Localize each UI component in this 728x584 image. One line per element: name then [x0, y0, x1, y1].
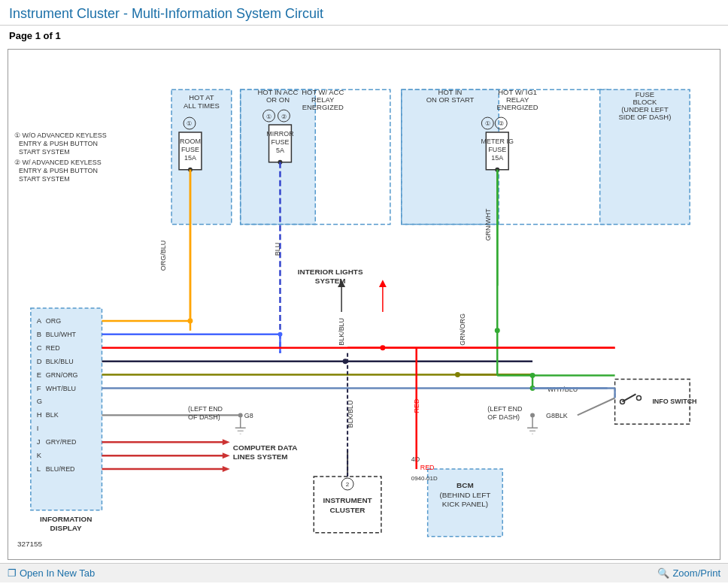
svg-text:INFORMATION: INFORMATION [40, 515, 92, 523]
svg-text:LINES SYSTEM: LINES SYSTEM [233, 452, 288, 461]
svg-text:RED: RED [46, 344, 60, 352]
svg-text:BLU/RED: BLU/RED [46, 465, 75, 473]
open-new-tab-button[interactable]: ❐ Open In New Tab [8, 567, 95, 579]
svg-text:KICK PANEL): KICK PANEL) [442, 500, 488, 508]
svg-rect-3 [402, 89, 499, 224]
open-tab-icon: ❐ [8, 567, 17, 579]
svg-text:ORG: ORG [46, 317, 61, 325]
svg-text:START SYSTEM: START SYSTEM [19, 148, 70, 156]
svg-text:BLK: BLK [46, 411, 59, 419]
svg-text:E: E [37, 371, 41, 379]
svg-text:GRN/ORG: GRN/ORG [459, 313, 466, 346]
svg-text:INSTRUMENT: INSTRUMENT [323, 496, 372, 504]
svg-text:(BEHIND LEFT: (BEHIND LEFT [439, 491, 490, 499]
svg-marker-100 [223, 466, 230, 472]
svg-text:G: G [37, 397, 42, 405]
svg-text:D: D [37, 357, 42, 365]
svg-text:ORG/BLU: ORG/BLU [159, 241, 167, 271]
svg-text:ON OR START: ON OR START [426, 95, 475, 104]
svg-text:C: C [37, 343, 42, 352]
svg-text:I: I [37, 424, 39, 432]
svg-text:15A: 15A [184, 154, 196, 162]
svg-text:BLK/BLU: BLK/BLU [347, 400, 354, 428]
svg-text:HOT AT: HOT AT [189, 93, 214, 101]
svg-text:BLK: BLK [555, 412, 568, 419]
zoom-print-label: Zoom/Print [672, 567, 720, 579]
svg-text:FUSE: FUSE [181, 146, 199, 153]
svg-text:①: ① [485, 121, 490, 128]
svg-point-115 [495, 328, 500, 333]
svg-text:2: 2 [346, 481, 350, 488]
svg-text:G8: G8 [546, 412, 555, 419]
svg-text:G8: G8 [244, 412, 253, 419]
svg-text:WHT/BLU: WHT/BLU [46, 385, 76, 392]
svg-text:START SYSTEM: START SYSTEM [19, 175, 70, 183]
svg-text:GRN/ORG: GRN/ORG [46, 371, 78, 379]
svg-text:FUSE: FUSE [488, 146, 506, 153]
open-tab-label: Open In New Tab [20, 567, 95, 579]
svg-text:F: F [37, 384, 41, 392]
svg-text:CLUSTER: CLUSTER [330, 506, 366, 514]
svg-text:②: ② [281, 113, 287, 120]
svg-text:DISPLAY: DISPLAY [50, 524, 83, 532]
zoom-print-button[interactable]: 🔍 Zoom/Print [657, 567, 720, 579]
svg-text:BLU/WHT: BLU/WHT [46, 331, 77, 338]
svg-marker-108 [379, 280, 387, 287]
svg-marker-99 [223, 452, 230, 458]
page-title: Instrument Cluster - Multi-Information S… [9, 6, 719, 22]
svg-text:② W/ ADVANCED KEYLESS: ② W/ ADVANCED KEYLESS [14, 159, 102, 166]
svg-text:0940-01D: 0940-01D [411, 475, 438, 482]
svg-text:INFO SWITCH: INFO SWITCH [652, 398, 696, 405]
svg-text:J: J [37, 437, 41, 446]
svg-text:A: A [37, 316, 42, 325]
svg-point-153 [530, 373, 535, 378]
svg-text:OF DASH): OF DASH) [487, 413, 520, 421]
svg-rect-56 [31, 308, 102, 510]
svg-text:BLK/BLU: BLK/BLU [46, 358, 74, 365]
svg-text:INTERIOR LIGHTS: INTERIOR LIGHTS [298, 268, 363, 276]
svg-text:SIDE OF DASH): SIDE OF DASH) [618, 113, 671, 121]
svg-text:RED: RED [413, 398, 420, 413]
svg-text:GRN/WHT: GRN/WHT [484, 208, 492, 241]
svg-text:BLU: BLU [274, 243, 281, 256]
svg-point-84 [187, 318, 193, 323]
svg-text:COMPUTER DATA: COMPUTER DATA [233, 443, 298, 452]
svg-text:①: ① [187, 121, 192, 128]
svg-text:RED: RED [420, 464, 435, 471]
svg-text:L: L [37, 464, 41, 473]
svg-text:① W/O ADVANCED KEYLESS: ① W/O ADVANCED KEYLESS [14, 132, 107, 139]
page-info: Page 1 of 1 [0, 26, 728, 46]
page-header: Instrument Cluster - Multi-Information S… [0, 0, 728, 46]
svg-text:OF DASH): OF DASH) [188, 413, 220, 421]
svg-text:(LEFT END: (LEFT END [487, 405, 523, 413]
svg-text:①: ① [266, 113, 271, 120]
svg-text:ENERGIZED: ENERGIZED [302, 103, 344, 111]
footer-bar: ❐ Open In New Tab 🔍 Zoom/Print [0, 563, 728, 582]
svg-text:ENTRY & PUSH BUTTON: ENTRY & PUSH BUTTON [19, 140, 98, 147]
svg-text:ALL TIMES: ALL TIMES [184, 101, 220, 110]
svg-text:H: H [37, 410, 42, 419]
svg-text:MIRROR: MIRROR [266, 130, 294, 138]
svg-text:METER IG: METER IG [481, 138, 514, 145]
svg-text:OR ON: OR ON [266, 95, 290, 104]
svg-text:ROOM: ROOM [180, 138, 201, 145]
svg-text:15A: 15A [491, 154, 503, 162]
svg-line-144 [578, 398, 615, 415]
zoom-icon: 🔍 [657, 567, 669, 579]
svg-text:ENTRY & PUSH BUTTON: ENTRY & PUSH BUTTON [19, 167, 98, 174]
svg-text:BCM: BCM [457, 481, 474, 489]
svg-text:②: ② [499, 121, 504, 128]
svg-text:(LEFT END: (LEFT END [188, 405, 223, 413]
svg-text:FUSE: FUSE [271, 138, 290, 146]
svg-text:5A: 5A [276, 147, 284, 154]
svg-marker-98 [223, 439, 230, 445]
svg-text:BLK/BLU: BLK/BLU [338, 318, 345, 346]
svg-text:GRY/RED: GRY/RED [46, 438, 77, 446]
diagram-container: HOT AT ALL TIMES HOT IN ACC OR ON HOT W/… [8, 49, 720, 560]
svg-text:K: K [37, 451, 42, 459]
svg-text:ENERGIZED: ENERGIZED [497, 103, 538, 111]
svg-text:327155: 327155 [17, 540, 43, 548]
svg-text:B: B [37, 330, 41, 338]
